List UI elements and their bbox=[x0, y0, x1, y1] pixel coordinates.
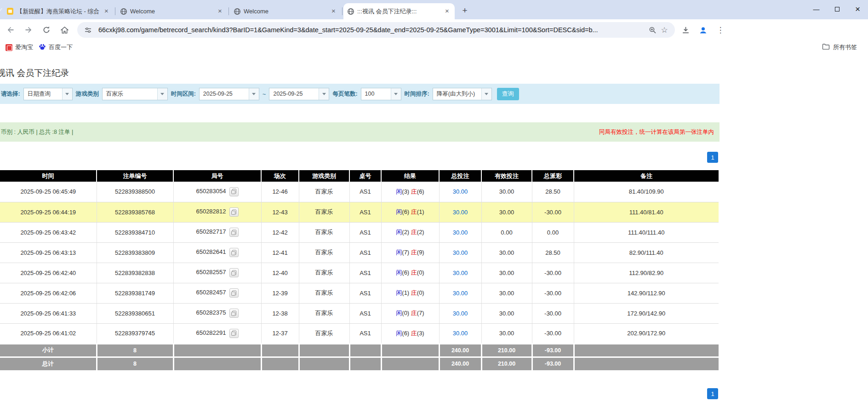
bookmark-star-icon[interactable]: ☆ bbox=[658, 24, 670, 36]
game-type-select[interactable]: 百家乐 bbox=[102, 88, 168, 100]
new-tab-button[interactable]: + bbox=[458, 4, 471, 17]
window-close-button[interactable]: × bbox=[847, 0, 868, 18]
cell-game: 百家乐 bbox=[299, 263, 349, 283]
date-end-select[interactable]: 2025-09-25 bbox=[269, 88, 329, 100]
site-info-icon[interactable] bbox=[82, 24, 94, 36]
bookmark-item-baidu[interactable]: 百度一下 bbox=[39, 43, 73, 52]
total-bet-link[interactable]: 30.00 bbox=[453, 188, 468, 195]
footer-valid-bet: 210.00 bbox=[481, 357, 532, 370]
round-detail-icon[interactable] bbox=[229, 329, 239, 338]
round-detail-icon[interactable] bbox=[229, 288, 239, 298]
result-player: 闲 bbox=[396, 310, 402, 316]
total-bet-link[interactable]: 30.00 bbox=[453, 330, 468, 337]
column-header: 时间 bbox=[0, 170, 97, 182]
home-button[interactable] bbox=[57, 23, 72, 37]
cell-bet-id: 522839383809 bbox=[97, 242, 173, 263]
round-id: 650282457 bbox=[196, 289, 226, 296]
forward-button[interactable] bbox=[21, 23, 36, 37]
profile-avatar-icon[interactable] bbox=[696, 23, 710, 37]
cell-bet-id: 522839385768 bbox=[97, 202, 173, 222]
tab-welcome-1[interactable]: Welcome × bbox=[116, 3, 228, 19]
total-bet-link[interactable]: 30.00 bbox=[453, 209, 468, 216]
pagination-bottom[interactable]: 1 bbox=[707, 388, 718, 399]
range-tilde: ~ bbox=[263, 91, 266, 98]
cell-game: 百家乐 bbox=[299, 283, 349, 303]
all-bookmarks-button[interactable]: 所有书签 bbox=[822, 43, 857, 52]
round-detail-icon[interactable] bbox=[229, 248, 239, 257]
window-minimize-button[interactable]: — bbox=[806, 0, 827, 18]
window-maximize-button[interactable] bbox=[827, 0, 847, 18]
downloads-icon[interactable] bbox=[679, 23, 692, 37]
tab-welcome-2[interactable]: Welcome × bbox=[230, 3, 341, 19]
cell-note: 111.40/111.40 bbox=[574, 222, 719, 242]
chevron-down-icon[interactable] bbox=[481, 88, 491, 100]
url-bar[interactable]: 66cxkj98.com/game/betrecord_search/kind3… bbox=[77, 22, 675, 38]
total-bet-link[interactable]: 30.00 bbox=[453, 249, 468, 256]
cell-time: 2025-09-25 06:42:06 bbox=[0, 283, 97, 303]
globe-favicon-icon bbox=[234, 8, 241, 15]
tab-close-icon[interactable]: × bbox=[443, 7, 451, 15]
chevron-down-icon[interactable] bbox=[319, 88, 329, 100]
round-detail-icon[interactable] bbox=[229, 228, 239, 237]
table-row: 2025-09-25 06:41:02522839379745650282291… bbox=[0, 323, 719, 344]
reload-button[interactable] bbox=[39, 23, 54, 37]
cell-payout: -30.00 bbox=[532, 303, 574, 323]
total-bet-link[interactable]: 30.00 bbox=[453, 270, 468, 276]
cell-result: 闲(7) 庄(9) bbox=[381, 242, 439, 263]
date-start-select[interactable]: 2025-09-25 bbox=[199, 88, 259, 100]
back-button[interactable] bbox=[3, 23, 18, 37]
chevron-down-icon[interactable] bbox=[249, 88, 259, 100]
cell-result: 闲(6) 庄(0) bbox=[381, 263, 439, 283]
result-player: 闲 bbox=[396, 229, 402, 235]
tab-forum[interactable]: 【新提醒】海燕策略论坛 - 综合 × bbox=[3, 3, 114, 19]
table-row: 2025-09-25 06:45:49522839388500650283054… bbox=[0, 182, 719, 202]
time-sort-select[interactable]: 降幂(由大到小) bbox=[433, 88, 492, 100]
table-row: 2025-09-25 06:44:19522839385768650282812… bbox=[0, 202, 719, 222]
bookmark-label: 爱淘宝 bbox=[15, 43, 33, 52]
forum-favicon-icon bbox=[6, 8, 14, 15]
game-type-value: 百家乐 bbox=[103, 88, 157, 100]
per-page-select[interactable]: 100 bbox=[361, 88, 401, 100]
pagination-top[interactable]: 1 bbox=[707, 152, 718, 163]
round-detail-icon[interactable] bbox=[229, 207, 239, 217]
result-player: 闲 bbox=[396, 289, 402, 296]
query-type-select[interactable]: 日期查询 bbox=[23, 88, 73, 100]
chevron-down-icon[interactable] bbox=[62, 88, 72, 100]
round-id: 650283054 bbox=[196, 188, 226, 195]
search-button[interactable]: 查询 bbox=[497, 88, 519, 100]
cell-game: 百家乐 bbox=[299, 222, 349, 242]
result-banker: 庄 bbox=[411, 208, 417, 215]
round-detail-icon[interactable] bbox=[229, 309, 239, 318]
cell-table: AS1 bbox=[349, 242, 381, 263]
column-header: 总投注 bbox=[439, 170, 481, 182]
total-bet-link[interactable]: 30.00 bbox=[453, 290, 468, 297]
tab-close-icon[interactable]: × bbox=[216, 7, 224, 15]
cell-total-bet: 30.00 bbox=[439, 242, 481, 263]
chevron-down-icon[interactable] bbox=[391, 88, 401, 100]
menu-kebab-icon[interactable]: ⋮ bbox=[714, 23, 727, 37]
url-text[interactable]: 66cxkj98.com/game/betrecord_search/kind3… bbox=[98, 26, 646, 34]
cell-note: 142.90/112.90 bbox=[574, 283, 719, 303]
folder-icon bbox=[822, 43, 830, 52]
chevron-down-icon[interactable] bbox=[157, 88, 167, 100]
cell-table: AS1 bbox=[349, 303, 381, 323]
per-page-value: 100 bbox=[361, 88, 391, 100]
bookmark-item-taobao[interactable]: 爱淘宝 bbox=[6, 43, 33, 52]
total-bet-link[interactable]: 30.00 bbox=[453, 310, 468, 317]
cell-valid-bet: 30.00 bbox=[481, 323, 532, 344]
cell-result: 闲(6) 庄(3) bbox=[381, 323, 439, 344]
zoom-icon[interactable] bbox=[646, 24, 658, 36]
cell-payout: -30.00 bbox=[532, 283, 574, 303]
info-bar: 币别 : 人民币 | 总共 :8 注单 | 同局有效投注，统一计算在该局第一张注… bbox=[0, 122, 720, 142]
round-detail-icon[interactable] bbox=[229, 268, 239, 277]
tab-close-icon[interactable]: × bbox=[103, 7, 110, 15]
tab-bet-record-active[interactable]: :::视讯 会员下注纪录::: × bbox=[343, 3, 455, 19]
cell-payout: 0.00 bbox=[532, 222, 574, 242]
footer-payout: -93.00 bbox=[532, 357, 574, 370]
column-header: 桌号 bbox=[349, 170, 381, 182]
tab-close-icon[interactable]: × bbox=[330, 7, 337, 15]
table-row: 2025-09-25 06:43:42522839384710650282717… bbox=[0, 222, 719, 242]
cell-valid-bet: 30.00 bbox=[481, 242, 532, 263]
total-bet-link[interactable]: 30.00 bbox=[453, 229, 468, 236]
round-detail-icon[interactable] bbox=[229, 187, 239, 196]
